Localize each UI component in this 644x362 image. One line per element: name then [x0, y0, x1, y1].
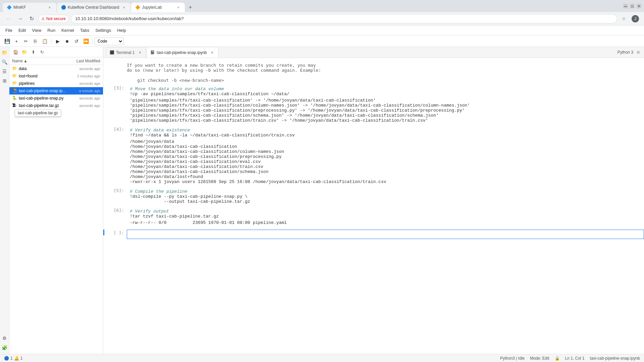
file-item-data[interactable]: 📁 data seconds ago	[9, 65, 103, 72]
menu-tabs[interactable]: Tabs	[77, 27, 92, 34]
url-text: 10.10.10.10:8080/notebook/kubeflow-user/…	[75, 16, 184, 21]
cell-content-active[interactable]	[127, 230, 644, 239]
menu-run[interactable]: Run	[45, 27, 58, 34]
file-item-py[interactable]: 🐍 taxi-cab-pipeline-snap.py seconds ago	[9, 95, 103, 102]
run-button[interactable]: ▶	[53, 37, 62, 46]
maximize-button[interactable]: □	[630, 4, 635, 8]
file-name-pipelines: pipelines	[19, 81, 79, 86]
paste-button[interactable]: 📋	[40, 37, 49, 46]
cell-5-code: !dsl-compile --py taxi-cab-pipeline-snap…	[130, 194, 641, 199]
tab-jupyterlab[interactable]: 🔶 JupyterLab ×	[131, 3, 185, 12]
ln-col-label: Ln 1, Col 1	[565, 356, 585, 361]
date-column-header[interactable]: Last Modified	[53, 59, 100, 63]
cut-button[interactable]: ✂	[21, 37, 30, 46]
archive-icon: 🗜	[12, 103, 17, 108]
tab-minikf[interactable]: 🔷 MiniKF ×	[3, 3, 56, 12]
file-name-lostfound: lost+found	[19, 74, 77, 78]
cell-6: [6]: # Verify output !tar tzvf taxi-cab-…	[103, 206, 644, 228]
cell-4: [4]: # Verify data existence !find ~/dat…	[103, 125, 644, 187]
minimize-button[interactable]: —	[623, 4, 628, 8]
file-item-notebook[interactable]: 📓 taxi-cab-pipeline-snap.ip... a minute …	[9, 87, 103, 95]
interrupt-button[interactable]: ■	[63, 37, 71, 46]
terminal-tab[interactable]: ⬛ Terminal 1 ×	[106, 47, 146, 58]
address-bar[interactable]: 10.10.10.10:8080/notebook/kubeflow-user/…	[71, 14, 617, 23]
profile-button[interactable]: J	[631, 14, 640, 23]
menu-help[interactable]: Help	[114, 27, 129, 34]
terminal-icon: ⬛	[110, 50, 114, 55]
tab-kubeflow[interactable]: 🔵 Kubeflow Central Dashboard ×	[57, 3, 130, 12]
jupyterlab-favicon: 🔶	[135, 5, 140, 10]
status-num-2: 1	[20, 356, 23, 361]
tab-minikf-close[interactable]: ×	[47, 5, 52, 10]
file-item-lostfound[interactable]: 📁 lost+found 2 minutes ago	[9, 72, 103, 80]
folders-icon[interactable]: 📁	[1, 49, 8, 56]
cell-content-6[interactable]: # Verify output !tar tzvf taxi-cab-pipel…	[127, 207, 644, 227]
cell-3-code: !cp -av pipelines/samples/tfx/taxi-cab-c…	[130, 92, 641, 97]
file-date-data: seconds ago	[79, 67, 100, 71]
new-cell-button[interactable]: +	[12, 37, 21, 46]
file-item-targz[interactable]: 🗜 taxi-cab-pipeline.tar.gz seconds ago t…	[9, 102, 103, 109]
menu-kernel[interactable]: Kernel	[59, 27, 77, 34]
save-button[interactable]: 💾	[3, 37, 11, 46]
cell-num-5: [5]:	[103, 187, 127, 193]
menu-settings[interactable]: Settings	[93, 27, 114, 34]
close-button[interactable]: ×	[637, 4, 641, 8]
forward-button[interactable]: →	[15, 14, 25, 23]
tab-kubeflow-close[interactable]: ×	[121, 5, 126, 10]
tab-kubeflow-label: Kubeflow Central Dashboard	[68, 5, 119, 10]
menu-file[interactable]: File	[3, 27, 15, 34]
file-browser: 🏠 📁 ⬆ ↻ Name ▲ Last Modified 📁 data seco…	[9, 47, 103, 354]
folder-icon-pipelines: 📁	[12, 81, 17, 86]
terminal-tab-close[interactable]: ×	[138, 50, 142, 55]
restart-button[interactable]: ↺	[72, 37, 81, 46]
cell-content-4[interactable]: # Verify data existence !find ~/data && …	[127, 126, 644, 186]
name-column-header[interactable]: Name ▲	[12, 59, 53, 63]
notebook-tab-close[interactable]: ×	[210, 50, 215, 55]
settings-icon[interactable]: ⚙	[1, 335, 8, 342]
tabs-icon[interactable]: ⊞	[1, 77, 8, 84]
cell-content-3[interactable]: # Move the data into our data volume !cp…	[127, 85, 644, 125]
nav-bar: ← → ↻ ⚠ Not secure 10.10.10.10:8080/note…	[0, 12, 644, 25]
tab-jupyterlab-label: JupyterLab	[142, 5, 162, 10]
toolbar-sep2	[92, 38, 93, 45]
fb-refresh-button[interactable]: ↻	[38, 48, 46, 56]
tab-jupyterlab-close[interactable]: ×	[175, 5, 181, 10]
refresh-button[interactable]: ↻	[27, 14, 36, 23]
cell-4-output: /home/jovyan/data /home/jovyan/data/taxi…	[130, 139, 641, 184]
cell-6-output: -rw-r--r-- 0/0 23695 1970-01-01 00:00 pi…	[130, 220, 641, 225]
search-icon[interactable]: 🔍	[1, 58, 8, 66]
cell-5: [5]: # Compile the pipeline !dsl-compile…	[103, 187, 644, 206]
file-name-data: data	[19, 66, 79, 71]
menu-view[interactable]: View	[29, 27, 44, 34]
fb-new-folder-button[interactable]: 📁	[21, 48, 28, 56]
status-left: 🔵 1 🔔 1	[4, 356, 22, 361]
file-date-py: seconds ago	[79, 96, 100, 100]
fb-upload-button[interactable]: ⬆	[30, 48, 37, 56]
mode-label: Mode: Edit	[530, 356, 549, 361]
notebook-area: ⬛ Terminal 1 × 📓 taxi-cab-pipeline-snap.…	[103, 47, 644, 354]
code-area: If you want to create a new branch to re…	[103, 58, 644, 354]
bookmark-button[interactable]: ☆	[619, 14, 629, 23]
new-tab-button[interactable]: +	[185, 3, 195, 12]
cell-3-output: 'pipelines/samples/tfx/taxi-cab-classifi…	[130, 98, 641, 123]
extensions-icon[interactable]: 🧩	[1, 344, 8, 351]
toolbar-sep1	[51, 38, 51, 45]
cell-4-code: !find ~/data && ls -la ~/data/taxi-cab-c…	[130, 133, 641, 138]
fb-home-button[interactable]: 🏠	[12, 48, 19, 56]
commands-icon[interactable]: ☰	[1, 68, 8, 75]
restart-run-button[interactable]: ⏩	[82, 37, 90, 46]
notebook-tab[interactable]: 📓 taxi-cab-pipeline-snap.ipynb ×	[147, 47, 218, 58]
kubeflow-favicon: 🔵	[61, 5, 66, 10]
cell-num-3: [3]:	[103, 85, 127, 90]
cell-type-select[interactable]: Code Markdown Raw	[95, 37, 123, 45]
file-name-py: taxi-cab-pipeline-snap.py	[19, 96, 79, 101]
warning-icon: ⚠	[41, 16, 45, 21]
browser-title-bar: 🔷 MiniKF × 🔵 Kubeflow Central Dashboard …	[0, 0, 644, 12]
back-button: ←	[4, 14, 13, 23]
copy-button[interactable]: ⎘	[31, 37, 40, 46]
menu-edit[interactable]: Edit	[16, 27, 29, 34]
file-date-notebook: a minute ago	[79, 89, 100, 93]
file-item-pipelines[interactable]: 📁 pipelines seconds ago	[9, 80, 103, 87]
cell-content-5[interactable]: # Compile the pipeline !dsl-compile --py…	[127, 187, 644, 206]
python-icon: 🐍	[12, 96, 17, 101]
